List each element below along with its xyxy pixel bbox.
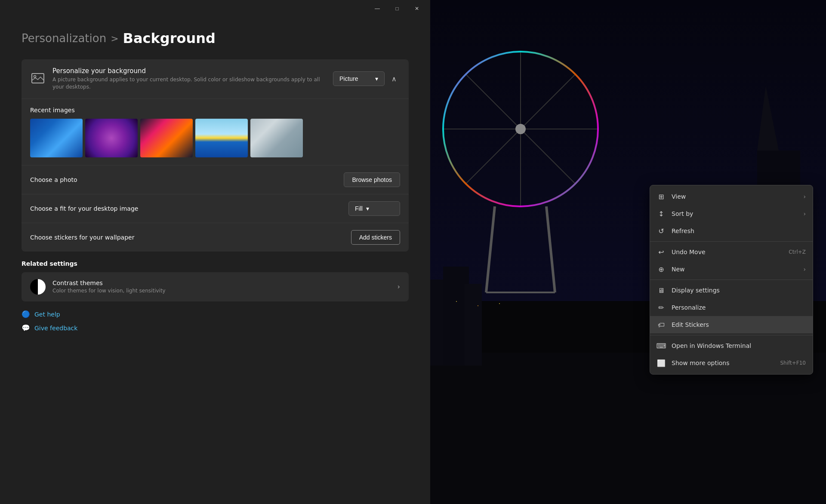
get-help-label: Get help bbox=[34, 311, 60, 318]
menu-item-left-sort_by: ↕Sort by bbox=[657, 209, 693, 218]
contrast-themes-title: Contrast themes bbox=[52, 280, 166, 286]
choose-photo-row: Choose a photo Browse photos bbox=[22, 165, 409, 194]
related-settings-title: Related settings bbox=[22, 260, 409, 267]
get-help-link[interactable]: 🔵 Get help bbox=[22, 310, 409, 319]
fit-arrow-icon: ▾ bbox=[366, 205, 369, 212]
related-text: Contrast themes Color themes for low vis… bbox=[52, 280, 166, 294]
maximize-button[interactable]: □ bbox=[387, 2, 407, 15]
svg-rect-5 bbox=[465, 284, 482, 366]
open_terminal-icon: ⌨ bbox=[657, 341, 666, 350]
menu-item-left-undo_move: ↩Undo Move bbox=[657, 248, 706, 256]
menu-shortcut-show_more: Shift+F10 bbox=[780, 360, 806, 366]
personalize-text-block: Personalize your background A picture ba… bbox=[52, 67, 333, 91]
menu-shortcut-undo_move: Ctrl+Z bbox=[789, 249, 806, 255]
view-icon: ⊞ bbox=[657, 192, 666, 201]
menu-label-edit_stickers: Edit Stickers bbox=[672, 321, 709, 328]
menu-arrow-new: › bbox=[803, 266, 806, 273]
personalize-desc: A picture background applies to your cur… bbox=[52, 76, 333, 91]
menu-item-personalize[interactable]: ✏Personalize bbox=[650, 299, 813, 316]
menu-item-left-display_settings: 🖥Display settings bbox=[657, 286, 720, 295]
choose-fit-label: Choose a fit for your desktop image bbox=[30, 205, 138, 212]
svg-rect-22 bbox=[478, 305, 478, 306]
menu-item-left-edit_stickers: 🏷Edit Stickers bbox=[657, 320, 709, 329]
menu-divider bbox=[650, 280, 813, 280]
settings-window: — □ ✕ Personalization > Background bbox=[0, 0, 430, 504]
menu-item-left-refresh: ↺Refresh bbox=[657, 227, 694, 235]
help-icon: 🔵 bbox=[22, 310, 30, 319]
personalize-icon: ✏ bbox=[657, 303, 666, 312]
dropdown-arrow-icon: ▾ bbox=[375, 75, 378, 82]
recent-images-section: Recent images bbox=[22, 99, 409, 165]
contrast-icon bbox=[30, 279, 46, 295]
breadcrumb-parent[interactable]: Personalization bbox=[22, 32, 106, 45]
related-left: Contrast themes Color themes for low vis… bbox=[30, 279, 166, 295]
browse-photos-button[interactable]: Browse photos bbox=[344, 172, 400, 187]
personalize-title: Personalize your background bbox=[52, 67, 333, 75]
new-icon: ⊕ bbox=[657, 265, 666, 274]
add-stickers-button[interactable]: Add stickers bbox=[351, 230, 400, 245]
menu-item-left-show_more: ⬜Show more options bbox=[657, 359, 730, 367]
recent-images-label: Recent images bbox=[30, 107, 400, 114]
give-feedback-label: Give feedback bbox=[34, 325, 77, 332]
svg-point-28 bbox=[34, 76, 36, 78]
menu-arrow-sort_by: › bbox=[803, 210, 806, 217]
svg-point-15 bbox=[515, 124, 526, 134]
menu-item-show_more[interactable]: ⬜Show more optionsShift+F10 bbox=[650, 354, 813, 372]
menu-item-left-new: ⊕New bbox=[657, 265, 685, 274]
refresh-icon: ↺ bbox=[657, 227, 666, 235]
dropdown-label: Picture bbox=[339, 75, 358, 82]
title-bar: — □ ✕ bbox=[0, 0, 430, 17]
menu-label-sort_by: Sort by bbox=[672, 210, 693, 217]
personalize-bg-icon bbox=[30, 71, 46, 86]
menu-label-view: View bbox=[672, 193, 686, 200]
feedback-icon: 💬 bbox=[22, 324, 30, 332]
menu-label-refresh: Refresh bbox=[672, 227, 694, 234]
thumbnail-5[interactable] bbox=[250, 119, 303, 157]
undo_move-icon: ↩ bbox=[657, 248, 666, 256]
menu-divider bbox=[650, 241, 813, 242]
breadcrumb: Personalization > Background bbox=[22, 30, 409, 46]
menu-item-display_settings[interactable]: 🖥Display settings bbox=[650, 282, 813, 299]
menu-item-refresh[interactable]: ↺Refresh bbox=[650, 222, 813, 240]
menu-item-view[interactable]: ⊞View› bbox=[650, 188, 813, 205]
choose-photo-label: Choose a photo bbox=[30, 176, 77, 183]
thumbnail-3[interactable] bbox=[140, 119, 193, 157]
svg-rect-2 bbox=[413, 353, 826, 504]
menu-label-show_more: Show more options bbox=[672, 360, 730, 366]
background-type-dropdown[interactable]: Picture ▾ bbox=[333, 71, 385, 86]
thumbnail-4[interactable] bbox=[195, 119, 248, 157]
menu-item-sort_by[interactable]: ↕Sort by› bbox=[650, 205, 813, 222]
menu-item-open_terminal[interactable]: ⌨Open in Windows Terminal bbox=[650, 337, 813, 354]
menu-label-open_terminal: Open in Windows Terminal bbox=[672, 342, 751, 349]
menu-item-edit_stickers[interactable]: 🏷Edit Stickers bbox=[650, 316, 813, 333]
menu-item-left-view: ⊞View bbox=[657, 192, 686, 201]
menu-item-undo_move[interactable]: ↩Undo MoveCtrl+Z bbox=[650, 243, 813, 261]
menu-label-undo_move: Undo Move bbox=[672, 249, 706, 255]
collapse-button[interactable]: ∧ bbox=[388, 71, 400, 86]
menu-item-left-personalize: ✏Personalize bbox=[657, 303, 706, 312]
contrast-themes-card[interactable]: Contrast themes Color themes for low vis… bbox=[22, 272, 409, 301]
fit-dropdown[interactable]: Fill ▾ bbox=[348, 201, 400, 216]
choose-stickers-row: Choose stickers for your wallpaper Add s… bbox=[22, 223, 409, 252]
images-row bbox=[30, 119, 400, 157]
menu-arrow-view: › bbox=[803, 193, 806, 200]
thumbnail-1[interactable] bbox=[30, 119, 83, 157]
close-button[interactable]: ✕ bbox=[407, 2, 427, 15]
menu-item-new[interactable]: ⊕New› bbox=[650, 261, 813, 278]
svg-rect-21 bbox=[456, 301, 457, 302]
minimize-button[interactable]: — bbox=[367, 2, 387, 15]
background-section-card: Personalize your background A picture ba… bbox=[22, 59, 409, 252]
breadcrumb-current: Background bbox=[123, 30, 216, 46]
breadcrumb-separator: > bbox=[111, 33, 118, 44]
menu-label-new: New bbox=[672, 266, 685, 273]
sort_by-icon: ↕ bbox=[657, 209, 666, 218]
give-feedback-link[interactable]: 💬 Give feedback bbox=[22, 324, 409, 332]
thumbnail-2[interactable] bbox=[85, 119, 138, 157]
page-content: Personalization > Background Personalize… bbox=[0, 17, 430, 504]
fit-value: Fill bbox=[355, 205, 363, 212]
choose-fit-row: Choose a fit for your desktop image Fill… bbox=[22, 194, 409, 223]
menu-label-personalize: Personalize bbox=[672, 304, 706, 311]
display_settings-icon: 🖥 bbox=[657, 286, 666, 295]
footer-links: 🔵 Get help 💬 Give feedback bbox=[22, 310, 409, 332]
svg-rect-23 bbox=[499, 303, 500, 304]
